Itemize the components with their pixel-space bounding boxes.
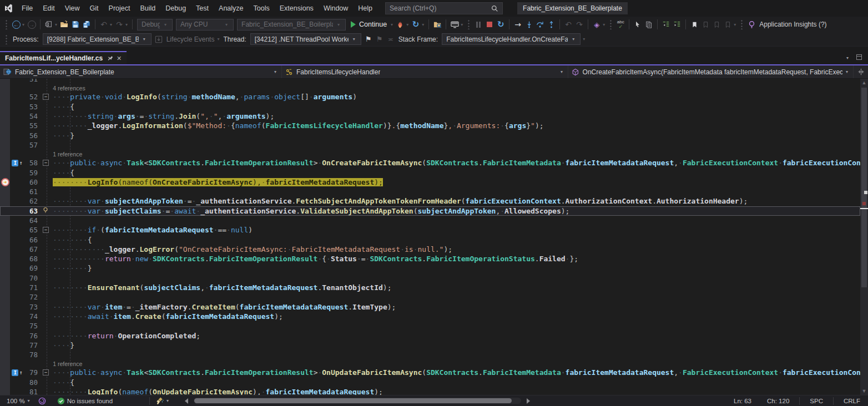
glyph-margin[interactable] xyxy=(0,158,10,168)
glyph-margin[interactable] xyxy=(0,378,10,387)
glyph-margin[interactable] xyxy=(0,387,10,395)
platform-dropdown[interactable]: Any CPU▾ xyxy=(176,19,234,31)
process-dropdown[interactable]: [9288] Fabric_Extension_BE_Boilerp▾ xyxy=(43,33,152,45)
find-in-files-icon[interactable] xyxy=(432,18,443,31)
code-line-56[interactable]: 56····} xyxy=(0,130,860,140)
vertical-scrollbar[interactable]: ▲ ▼ xyxy=(860,79,868,395)
glyph-margin[interactable] xyxy=(0,92,10,101)
code-line-70[interactable]: 70 xyxy=(0,273,860,283)
horizontal-scroll-thumb[interactable] xyxy=(194,398,512,403)
quick-actions-lightbulb-icon[interactable] xyxy=(42,207,49,215)
code-line-59[interactable]: 59····{ xyxy=(0,168,860,177)
pin-tab-icon[interactable] xyxy=(107,55,113,62)
line-ending-indicator[interactable]: CRLF xyxy=(836,398,868,404)
navigate-back-icon[interactable]: ← xyxy=(11,18,22,31)
menu-window[interactable]: Window xyxy=(319,2,353,14)
code-line-62[interactable]: 62········var·subjectAndAppToken·=·_auth… xyxy=(0,196,860,206)
glyph-margin[interactable] xyxy=(0,111,10,121)
tab-options-icon[interactable] xyxy=(856,54,862,62)
glyph-margin[interactable] xyxy=(0,312,10,321)
configuration-dropdown[interactable]: Debug▾ xyxy=(137,19,173,31)
show-next-statement-icon[interactable]: → xyxy=(512,18,523,31)
glyph-margin[interactable] xyxy=(0,302,10,312)
member-dropdown[interactable]: OnCreateFabricItemAsync(FabricItemMetada… xyxy=(568,65,854,78)
glyph-margin[interactable] xyxy=(0,168,10,177)
menu-git[interactable]: Git xyxy=(85,2,104,14)
menu-view[interactable]: View xyxy=(60,2,85,14)
document-health-indicator[interactable]: No issues found xyxy=(54,395,116,406)
menu-tools[interactable]: Tools xyxy=(249,2,275,14)
glyph-margin[interactable] xyxy=(0,292,10,302)
code-line-65[interactable]: 65−········if·(fabricItemMetadataRequest… xyxy=(0,225,860,235)
code-cleanup-button[interactable]: ▾ xyxy=(152,395,174,406)
glyph-margin[interactable] xyxy=(0,368,10,377)
column-indicator[interactable]: Ch: 120 xyxy=(759,398,797,404)
flag-thread-icon[interactable]: ⚑ xyxy=(363,33,374,45)
code-line-72[interactable]: 72 xyxy=(0,292,860,302)
glyph-margin[interactable] xyxy=(0,263,10,273)
code-line-76[interactable]: 76········return·OperationCompleted; xyxy=(0,331,860,340)
glyph-margin[interactable] xyxy=(0,254,10,263)
restart-debugging-icon[interactable]: ↻ xyxy=(495,18,506,31)
code-line-66[interactable]: 66········{ xyxy=(0,235,860,244)
zoom-control[interactable]: 100 % ▾ xyxy=(3,395,35,406)
glyph-margin[interactable] xyxy=(0,235,10,244)
increase-indent-icon[interactable] xyxy=(672,18,683,31)
copy-document-icon[interactable] xyxy=(643,18,654,31)
stack-frame-dropdown[interactable]: FabricItemsLifecycleHandler.OnCreateFab▾ xyxy=(442,33,581,45)
menu-extensions[interactable]: Extensions xyxy=(275,2,319,14)
line-indicator[interactable]: Ln: 63 xyxy=(726,398,759,404)
codelens-references[interactable]: 4 references xyxy=(53,85,85,92)
fold-collapse-icon[interactable]: − xyxy=(43,160,49,166)
glyph-margin[interactable] xyxy=(0,283,10,292)
scroll-left-icon[interactable] xyxy=(181,395,191,406)
search-input[interactable]: Search (Ctrl+Q) xyxy=(385,2,503,14)
code-line-52[interactable]: 52−····private·void·LogInfo(string·metho… xyxy=(0,92,860,101)
code-line-51[interactable]: 51 xyxy=(0,79,860,84)
tab-list-dropdown-icon[interactable]: ▾ xyxy=(846,55,849,60)
codelens-references[interactable]: 1 reference xyxy=(53,361,82,367)
save-icon[interactable] xyxy=(70,18,81,31)
menu-edit[interactable]: Edit xyxy=(38,2,60,14)
scroll-up-icon[interactable]: ▲ xyxy=(860,79,868,87)
glyph-margin[interactable] xyxy=(0,206,10,216)
toggle-bookmark-icon[interactable] xyxy=(689,18,700,31)
step-into-icon[interactable] xyxy=(523,18,534,31)
code-line-69[interactable]: 69········} xyxy=(0,263,860,273)
menu-analyze[interactable]: Analyze xyxy=(214,2,248,14)
type-dropdown[interactable]: FabricItemsLifecycleHandler ▾ xyxy=(282,65,568,78)
code-line-53[interactable]: 53····{ xyxy=(0,102,860,111)
close-tab-icon[interactable]: ✕ xyxy=(117,55,122,62)
decrease-indent-icon[interactable] xyxy=(660,18,672,31)
project-dropdown[interactable]: Fabric_Extension_BE_Boilerplate ▾ xyxy=(0,65,282,78)
glyph-margin[interactable] xyxy=(0,140,10,150)
code-line-67[interactable]: 67············_logger.LogError("OnCreate… xyxy=(0,245,860,254)
fold-collapse-icon[interactable]: − xyxy=(43,369,49,375)
code-line-73[interactable]: 73········var·item·=·_itemFactory.Create… xyxy=(0,302,860,312)
feedback-icon[interactable] xyxy=(35,395,49,406)
breakpoint-current-statement-icon[interactable]: ➜ xyxy=(0,177,10,187)
save-all-icon[interactable] xyxy=(81,18,92,31)
code-line-63[interactable]: 63········var·subjectClaims·=·await·_aut… xyxy=(0,206,860,216)
vertical-scroll-thumb[interactable] xyxy=(861,88,867,287)
select-pointer-icon[interactable] xyxy=(632,18,643,31)
tab-fabricitemslifecyclehandler[interactable]: FabricItemsLif...ycleHandler.cs ✕ xyxy=(0,51,127,64)
code-line-57[interactable]: 57 xyxy=(0,140,860,150)
glyph-margin[interactable] xyxy=(0,225,10,235)
code-map-icon[interactable]: ◈ xyxy=(591,18,602,31)
restart-application-icon[interactable]: ↻ xyxy=(410,18,421,31)
step-over-icon[interactable] xyxy=(534,18,546,31)
code-line-80[interactable]: 80····{ xyxy=(0,378,860,387)
code-line-68[interactable]: 68············return·new·SDKContracts.Fa… xyxy=(0,254,860,263)
menu-project[interactable]: Project xyxy=(104,2,135,14)
target-browser-icon[interactable] xyxy=(449,18,460,31)
code-line-58[interactable]: I↑58−····public·async·Task<SDKContracts.… xyxy=(0,158,860,168)
codelens-references[interactable]: 1 reference xyxy=(53,151,82,158)
code-line-81[interactable]: 81········LogInfo(nameof(OnUpdateFabricI… xyxy=(0,387,860,395)
glyph-margin[interactable] xyxy=(0,350,10,359)
toolbar-grip[interactable] xyxy=(740,19,743,29)
code-line-54[interactable]: 54········string·args·=·string.Join(",·"… xyxy=(0,111,860,121)
glyph-margin[interactable] xyxy=(0,273,10,283)
step-out-icon[interactable] xyxy=(546,18,557,31)
toolbar-grip[interactable] xyxy=(5,19,8,29)
